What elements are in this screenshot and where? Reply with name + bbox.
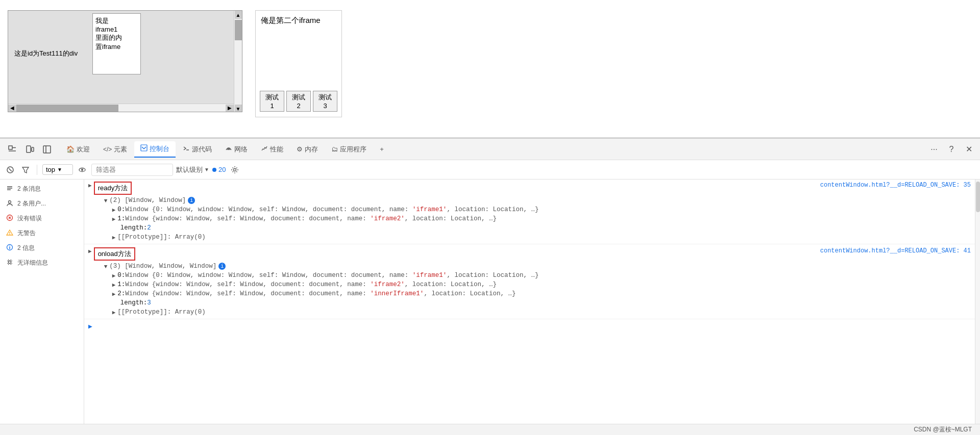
entry-content-ready: ready方法 ▼ (2) [Window, Window] i ▶ 0: Wi… xyxy=(94,182,810,242)
item1-expand-onload[interactable]: ▶ xyxy=(112,282,116,288)
help-btn[interactable]: ? xyxy=(944,142,959,157)
sidebar-verbose-icon xyxy=(6,259,13,267)
sidebar-item-verbose[interactable]: 无详细信息 xyxy=(0,255,84,270)
length-key-onload: length: xyxy=(120,299,148,306)
iframe-box1-hscrollbar[interactable]: ◀ ▶ xyxy=(8,104,234,112)
close-btn[interactable]: ✕ xyxy=(962,142,976,157)
proto-label-ready: [[Prototype]]: Array(0) xyxy=(117,234,206,241)
sidebar-item-errors[interactable]: 没有错误 xyxy=(0,211,84,226)
iframe1-outer-label: 这是id为Test111的div xyxy=(14,49,78,58)
svg-rect-7 xyxy=(141,145,147,151)
scroll-up-btn[interactable]: ▲ xyxy=(235,11,242,19)
array-expand-ready[interactable]: ▼ xyxy=(104,198,108,204)
svg-rect-4 xyxy=(32,147,34,151)
console-settings-btn[interactable] xyxy=(229,164,241,176)
tab-console-label: 控制台 xyxy=(150,144,169,153)
sidebar-verbose-label: 无详细信息 xyxy=(17,259,48,267)
length-val-ready: 2 xyxy=(147,224,151,232)
sidebar-item-messages[interactable]: 2 条消息 xyxy=(0,182,84,196)
sidebar-info-label: 2 信息 xyxy=(17,244,35,252)
tab-console[interactable]: 控制台 xyxy=(134,141,176,158)
item2-index-onload: 2: xyxy=(117,290,125,297)
iframe2-title: 俺是第二个iframe xyxy=(256,11,341,31)
tab-network[interactable]: 网络 xyxy=(219,141,254,158)
svg-point-15 xyxy=(81,169,83,171)
eye-icon[interactable] xyxy=(76,164,88,176)
item1-value-onload: Window {window: Window, self: Window, do… xyxy=(125,281,497,288)
close-icon: ✕ xyxy=(966,144,972,154)
console-prompt-arrow: ▶ xyxy=(88,322,92,330)
item0-index-ready: 0: xyxy=(117,206,125,213)
sidebar-item-warnings[interactable]: 无警告 xyxy=(0,226,84,241)
array-prototype-onload: ▶ [[Prototype]]: Array(0) xyxy=(94,308,810,317)
tab-performance-label: 性能 xyxy=(270,145,283,154)
iframe-box1-content: 这是id为Test111的div 我是 iframe1 里面的内 置iframe xyxy=(8,11,242,112)
sidebar-info-icon xyxy=(6,244,13,252)
sidebar-item-user-messages[interactable]: 2 条用户... xyxy=(0,196,84,211)
context-selector[interactable]: top ▼ xyxy=(42,164,73,175)
item0-expand-ready[interactable]: ▶ xyxy=(112,207,116,213)
tab-welcome[interactable]: 🏠 欢迎 xyxy=(60,141,96,158)
scroll-thumb[interactable] xyxy=(235,20,242,40)
iframe2-btn1[interactable]: 测试1 xyxy=(260,91,284,112)
entry-label-ready: ready方法 xyxy=(94,182,132,195)
devtools-vscroll[interactable] xyxy=(975,180,980,424)
expand-arrow-onload[interactable]: ▶ xyxy=(88,248,92,254)
console-prompt-area: ▶ xyxy=(84,319,975,334)
more-options-icon: ··· xyxy=(930,145,937,154)
devtools-sidebar: 2 条消息 2 条用户... 没有错误 无警告 xyxy=(0,180,84,424)
sidebar-item-info[interactable]: 2 信息 xyxy=(0,241,84,255)
array-item-2-onload: ▶ 2: Window {window: Window, self: Windo… xyxy=(94,289,810,298)
more-options-btn[interactable]: ··· xyxy=(927,142,941,157)
proto-label-onload: [[Prototype]]: Array(0) xyxy=(117,309,206,316)
tab-icon-sidebar[interactable] xyxy=(39,141,55,158)
svg-point-26 xyxy=(9,234,10,235)
entry-source-onload[interactable]: contentWindow.html?__d=RELOAD_ON_SAVE: 4… xyxy=(810,247,971,254)
tab-application[interactable]: 🗂 应用程序 xyxy=(325,141,373,158)
tab-memory[interactable]: ⚙ 内存 xyxy=(290,141,324,158)
array-info-icon-onload: i xyxy=(218,263,226,270)
console-content: ▶ ready方法 ▼ (2) [Window, Window] i ▶ 0: xyxy=(84,180,975,424)
tab-sources[interactable]: 源代码 xyxy=(177,141,218,158)
level-label: 默认级别 xyxy=(176,165,203,174)
vscroll-thumb[interactable] xyxy=(976,182,980,212)
devtools-tabs-bar: 🏠 欢迎 </> 元素 控制台 源代码 网络 xyxy=(0,139,980,160)
filter-input[interactable] xyxy=(91,164,173,176)
tab-icon-device[interactable] xyxy=(21,141,38,158)
sidebar-errors-label: 没有错误 xyxy=(17,214,42,223)
devtools-toolbar: top ▼ 默认级别 ▼ 20 xyxy=(0,160,980,180)
iframe2-btn2[interactable]: 测试2 xyxy=(286,91,311,112)
entry-source-ready[interactable]: contentWindow.html?__d=RELOAD_ON_SAVE: 3… xyxy=(810,182,971,189)
proto-expand-ready[interactable]: ▶ xyxy=(112,234,116,241)
hscroll-left-btn[interactable]: ◀ xyxy=(8,105,16,112)
sidebar-error-icon xyxy=(6,214,13,223)
scroll-down-btn[interactable]: ▼ xyxy=(235,105,242,112)
tab-sources-icon xyxy=(183,145,190,153)
item0-value-onload: Window {0: Window, window: Window, self:… xyxy=(125,272,538,279)
iframe2-btn3[interactable]: 测试3 xyxy=(313,91,337,112)
entry-text-onload: onload方法 xyxy=(98,249,131,259)
iframe-box1-vscrollbar[interactable]: ▲ ▼ xyxy=(234,11,242,112)
svg-point-20 xyxy=(9,201,11,203)
tab-elements[interactable]: </> 元素 xyxy=(97,141,133,158)
sidebar-messages-icon xyxy=(6,185,13,193)
item2-expand-onload[interactable]: ▶ xyxy=(112,291,116,297)
hscroll-thumb[interactable] xyxy=(16,105,118,112)
item1-expand-ready[interactable]: ▶ xyxy=(112,216,116,222)
tab-add[interactable]: + xyxy=(374,141,390,158)
array-expand-onload[interactable]: ▼ xyxy=(104,264,108,270)
filter-toggle-btn[interactable] xyxy=(19,164,32,176)
entry-label-onload: onload方法 xyxy=(94,247,135,261)
expand-arrow-ready[interactable]: ▶ xyxy=(88,182,92,189)
array-item-1-ready: ▶ 1: Window {window: Window, self: Windo… xyxy=(94,214,810,223)
level-selector[interactable]: 默认级别 ▼ xyxy=(176,165,209,174)
tab-performance[interactable]: 性能 xyxy=(255,141,289,158)
item0-expand-onload[interactable]: ▶ xyxy=(112,272,116,279)
context-dropdown-icon: ▼ xyxy=(57,167,62,172)
clear-console-btn[interactable] xyxy=(4,164,16,176)
svg-line-8 xyxy=(142,147,144,149)
proto-expand-onload[interactable]: ▶ xyxy=(112,309,116,316)
tab-icon-inspect[interactable] xyxy=(4,141,20,158)
svg-rect-3 xyxy=(27,146,31,152)
hscroll-right-btn[interactable]: ▶ xyxy=(226,105,234,112)
